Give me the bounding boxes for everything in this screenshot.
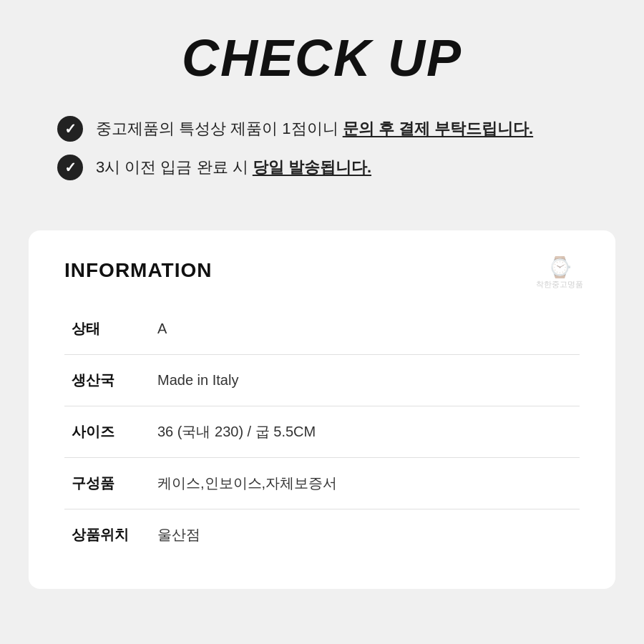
table-row: 생산국 Made in Italy [64,355,580,406]
row-label-components: 구성품 [64,458,150,509]
checklist-text-2: 3시 이전 입금 완료 시 당일 발송됩니다. [96,157,371,178]
check-icon-2 [57,155,83,180]
title-area: CHECK UP [43,14,601,109]
row-value-origin: Made in Italy [150,355,580,406]
row-label-location: 상품위치 [64,509,150,561]
top-section: CHECK UP 중고제품의 특성상 제품이 1점이니 문의 후 결제 부탁드립… [0,0,644,216]
checklist: 중고제품의 특성상 제품이 1점이니 문의 후 결제 부탁드립니다. 3시 이전… [43,109,601,187]
table-row: 상품위치 울산점 [64,509,580,561]
watermark-icon: ⌚ [547,255,572,279]
checklist-item-2: 3시 이전 입금 완료 시 당일 발송됩니다. [57,155,587,180]
watermark-text: 착한중고명품 [536,279,583,290]
info-card: INFORMATION ⌚ 착한중고명품 상태 A 생산국 Made in It… [29,230,615,589]
row-value-status: A [150,303,580,355]
check-icon-1 [57,116,83,142]
row-value-size: 36 (국내 230) / 굽 5.5CM [150,406,580,458]
row-value-location: 울산점 [150,509,580,561]
info-section-title: INFORMATION [64,259,580,282]
row-label-origin: 생산국 [64,355,150,406]
row-label-status: 상태 [64,303,150,355]
checklist-text-1: 중고제품의 특성상 제품이 1점이니 문의 후 결제 부탁드립니다. [96,118,533,140]
checklist-item-1: 중고제품의 특성상 제품이 1점이니 문의 후 결제 부탁드립니다. [57,116,587,142]
watermark: ⌚ 착한중고명품 [536,255,583,290]
row-label-size: 사이즈 [64,406,150,458]
checklist-highlight-2: 당일 발송됩니다. [253,158,371,176]
table-row: 사이즈 36 (국내 230) / 굽 5.5CM [64,406,580,458]
info-section: INFORMATION ⌚ 착한중고명품 상태 A 생산국 Made in It… [0,216,644,618]
page-title: CHECK UP [43,29,601,87]
table-row: 상태 A [64,303,580,355]
info-table: 상태 A 생산국 Made in Italy 사이즈 36 (국내 230) /… [64,303,580,560]
row-value-components: 케이스,인보이스,자체보증서 [150,458,580,509]
checklist-highlight-1: 문의 후 결제 부탁드립니다. [343,119,533,137]
table-row: 구성품 케이스,인보이스,자체보증서 [64,458,580,509]
